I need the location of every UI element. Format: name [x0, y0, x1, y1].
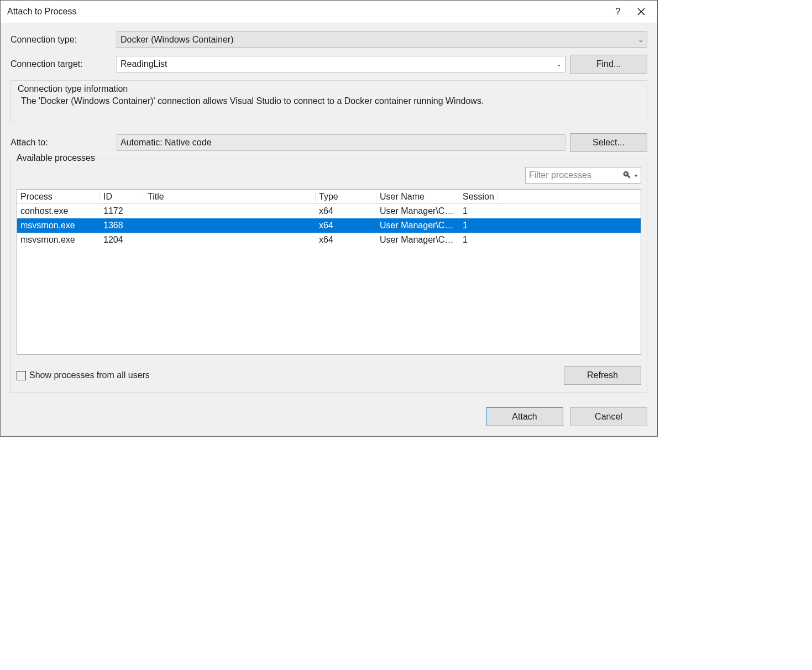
cell-id: 1368 [100, 221, 144, 231]
refresh-button[interactable]: Refresh [564, 366, 641, 385]
connection-type-info-heading: Connection type information [17, 84, 641, 94]
dialog-content: Connection type: Docker (Windows Contain… [1, 23, 657, 436]
connection-target-label: Connection target: [11, 59, 112, 69]
cell-id: 1204 [100, 235, 144, 245]
cell-id: 1172 [100, 206, 144, 216]
process-table-header: Process ID Title Type User Name Session [17, 190, 641, 204]
col-id[interactable]: ID [100, 192, 144, 202]
table-row[interactable]: conhost.exe1172x64User Manager\Contai...… [17, 204, 641, 218]
attach-to-process-dialog: Attach to Process ? Connection type: Doc… [0, 0, 658, 437]
cell-process: msvsmon.exe [17, 221, 100, 231]
connection-type-info-text: The 'Docker (Windows Container)' connect… [17, 96, 641, 106]
table-row[interactable]: msvsmon.exe1204x64User Manager\Contai...… [17, 233, 641, 247]
attach-to-value: Automatic: Native code [121, 138, 212, 148]
col-title[interactable]: Title [144, 192, 316, 202]
close-button[interactable] [630, 3, 653, 20]
available-processes-label: Available processes [14, 153, 97, 163]
filter-placeholder: Filter processes [529, 170, 591, 180]
col-session[interactable]: Session [459, 192, 498, 202]
cell-process: conhost.exe [17, 206, 100, 216]
process-table: Process ID Title Type User Name Session … [17, 189, 641, 355]
help-button[interactable]: ? [606, 3, 630, 20]
col-process[interactable]: Process [17, 192, 100, 202]
cancel-button[interactable]: Cancel [570, 407, 647, 426]
find-button[interactable]: Find... [570, 55, 647, 74]
connection-type-value: Docker (Windows Container) [121, 35, 234, 45]
cell-session: 1 [459, 221, 498, 231]
search-icon: 🔍︎ [622, 170, 631, 180]
process-table-body: conhost.exe1172x64User Manager\Contai...… [17, 204, 641, 247]
dialog-title: Attach to Process [7, 7, 606, 17]
attach-to-label: Attach to: [11, 138, 112, 148]
connection-type-info-group: Connection type information The 'Docker … [11, 80, 647, 123]
cell-session: 1 [459, 235, 498, 245]
cell-type: x64 [316, 206, 376, 216]
chevron-down-icon: ⌄ [556, 60, 562, 68]
dropdown-icon: ▾ [635, 172, 637, 179]
cell-process: msvsmon.exe [17, 235, 100, 245]
checkbox-icon [17, 371, 26, 380]
cell-user: User Manager\Contai... [376, 206, 459, 216]
cell-type: x64 [316, 235, 376, 245]
cell-type: x64 [316, 221, 376, 231]
connection-type-label: Connection type: [11, 35, 112, 45]
chevron-down-icon: ⌄ [638, 36, 643, 44]
attach-button[interactable]: Attach [486, 407, 563, 426]
connection-target-combo[interactable]: ReadingList ⌄ [117, 56, 565, 72]
connection-type-combo[interactable]: Docker (Windows Container) ⌄ [117, 32, 647, 48]
col-user[interactable]: User Name [376, 192, 459, 202]
cell-session: 1 [459, 206, 498, 216]
cell-user: User Manager\Contai... [376, 235, 459, 245]
connection-target-value: ReadingList [121, 59, 167, 69]
cell-user: User Manager\Contai... [376, 221, 459, 231]
col-type[interactable]: Type [316, 192, 376, 202]
filter-processes-input[interactable]: Filter processes 🔍︎ ▾ [525, 167, 641, 184]
select-button[interactable]: Select... [570, 133, 647, 152]
titlebar: Attach to Process ? [1, 1, 657, 23]
attach-to-value-box: Automatic: Native code [117, 134, 565, 151]
show-all-users-checkbox[interactable]: Show processes from all users [17, 370, 150, 380]
close-icon [637, 8, 645, 15]
table-row[interactable]: msvsmon.exe1368x64User Manager\Contai...… [17, 218, 641, 233]
available-processes-group: Available processes Filter processes 🔍︎ … [11, 159, 647, 393]
show-all-users-label: Show processes from all users [29, 370, 150, 380]
